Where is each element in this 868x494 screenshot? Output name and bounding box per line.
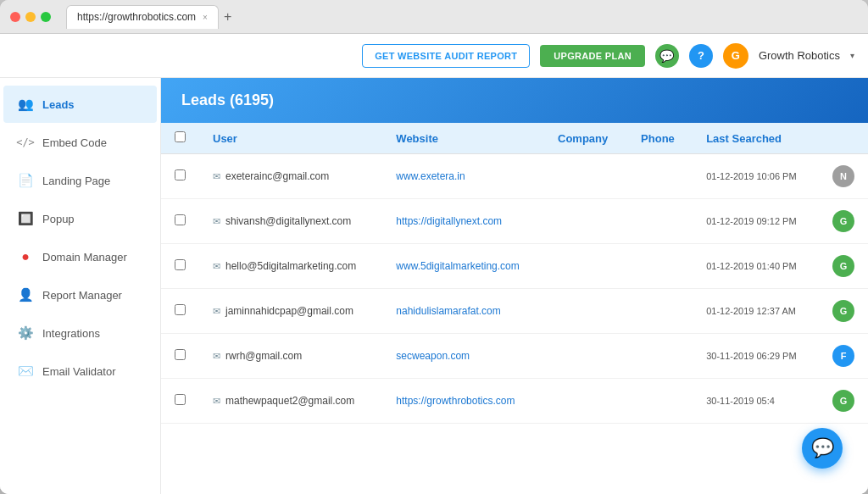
tab-bar: https://growthrobotics.com × + bbox=[66, 5, 858, 29]
audit-report-button[interactable]: GET WEBSITE AUDIT REPORT bbox=[362, 44, 530, 68]
row-last-searched-0: 01-12-2019 10:06 PM bbox=[693, 154, 819, 199]
tab-url: https://growthrobotics.com bbox=[77, 11, 196, 23]
fullscreen-button[interactable] bbox=[41, 12, 51, 22]
row-avatar-cell-3: G bbox=[819, 289, 868, 334]
row-avatar-5: G bbox=[832, 390, 854, 412]
embed-code-icon: </> bbox=[17, 134, 34, 151]
row-email-1: ✉ shivansh@digitallynext.com bbox=[199, 199, 382, 244]
row-website-4[interactable]: secweapon.com bbox=[382, 334, 544, 379]
column-header-website: Website bbox=[382, 123, 544, 154]
column-header-phone: Phone bbox=[627, 123, 693, 154]
content-area: Leads (6195) User Website Company bbox=[161, 78, 868, 494]
sidebar-label-leads: Leads bbox=[42, 98, 75, 111]
table-container[interactable]: User Website Company Phone Last Searched bbox=[161, 123, 868, 494]
chevron-down-icon: ▾ bbox=[850, 51, 854, 60]
row-email-text-1: shivansh@digitallynext.com bbox=[225, 215, 351, 227]
chat-fab-button[interactable]: 💬 bbox=[802, 428, 843, 469]
row-website-2[interactable]: www.5digitalmarketing.com bbox=[382, 244, 544, 289]
select-all-header[interactable] bbox=[161, 123, 199, 154]
column-header-user: User bbox=[199, 123, 382, 154]
help-icon[interactable]: ? bbox=[689, 44, 713, 68]
row-email-text-0: exeterainc@gmail.com bbox=[225, 170, 329, 182]
chat-symbol: 💬 bbox=[659, 49, 674, 63]
row-website-0[interactable]: www.exetera.in bbox=[382, 154, 544, 199]
close-button[interactable] bbox=[10, 12, 20, 22]
title-bar: https://growthrobotics.com × + bbox=[0, 0, 868, 34]
row-avatar-cell-5: G bbox=[819, 379, 868, 424]
upgrade-plan-button[interactable]: UPGRADE PLAN bbox=[540, 45, 645, 67]
row-avatar-cell-1: G bbox=[819, 199, 868, 244]
sidebar-item-email-validator[interactable]: ✉️ Email Validator bbox=[3, 352, 157, 390]
table-row: ✉ jaminnahidcpap@gmail.com nahidulislama… bbox=[161, 289, 868, 334]
row-last-searched-5: 30-11-2019 05:4 bbox=[693, 379, 819, 424]
top-bar: GET WEBSITE AUDIT REPORT UPGRADE PLAN 💬 … bbox=[0, 34, 868, 78]
row-checkbox-cell[interactable] bbox=[161, 289, 199, 334]
report-manager-icon: 👤 bbox=[17, 286, 34, 303]
help-symbol: ? bbox=[698, 49, 704, 62]
sidebar-item-report-manager[interactable]: 👤 Report Manager bbox=[3, 276, 157, 314]
table-row: ✉ rwrh@gmail.com secweapon.com 30-11-201… bbox=[161, 334, 868, 379]
content-header: Leads (6195) bbox=[161, 78, 868, 123]
sidebar-item-embed-code[interactable]: </> Embed Code bbox=[3, 124, 157, 161]
sidebar-label-report-manager: Report Manager bbox=[42, 289, 122, 302]
row-avatar-2: G bbox=[832, 255, 854, 277]
select-all-checkbox[interactable] bbox=[175, 131, 186, 142]
row-checkbox-3[interactable] bbox=[175, 304, 186, 315]
avatar: G bbox=[723, 43, 748, 69]
browser-tab[interactable]: https://growthrobotics.com × bbox=[66, 5, 219, 29]
page-title: Leads (6195) bbox=[181, 92, 274, 108]
row-avatar-0: N bbox=[832, 165, 854, 187]
row-checkbox-cell[interactable] bbox=[161, 334, 199, 379]
row-website-3[interactable]: nahidulislamarafat.com bbox=[382, 289, 544, 334]
row-checkbox-4[interactable] bbox=[175, 349, 186, 360]
chat-icon[interactable]: 💬 bbox=[655, 44, 679, 68]
row-avatar-3: G bbox=[832, 300, 854, 322]
email-validator-icon: ✉️ bbox=[17, 363, 34, 380]
tab-close-icon[interactable]: × bbox=[203, 13, 208, 22]
row-checkbox-0[interactable] bbox=[175, 169, 186, 180]
row-phone-2 bbox=[627, 244, 693, 289]
sidebar-item-integrations[interactable]: ⚙️ Integrations bbox=[3, 314, 157, 352]
user-name[interactable]: Growth Robotics bbox=[759, 49, 840, 62]
sidebar-item-leads[interactable]: 👥 Leads bbox=[3, 86, 157, 123]
browser-content: GET WEBSITE AUDIT REPORT UPGRADE PLAN 💬 … bbox=[0, 34, 868, 494]
row-checkbox-cell[interactable] bbox=[161, 199, 199, 244]
row-website-1[interactable]: https://digitallynext.com bbox=[382, 199, 544, 244]
popup-icon: 🔲 bbox=[17, 210, 34, 227]
row-checkbox-cell[interactable] bbox=[161, 379, 199, 424]
sidebar-item-landing-page[interactable]: 📄 Landing Page bbox=[3, 162, 157, 199]
row-email-text-2: hello@5digitalmarketing.com bbox=[225, 260, 356, 272]
row-website-5[interactable]: https://growthrobotics.com bbox=[382, 379, 544, 424]
table-row: ✉ mathewpaquet2@gmail.com https://growth… bbox=[161, 379, 868, 424]
sidebar-label-domain-manager: Domain Manager bbox=[42, 251, 127, 264]
row-phone-0 bbox=[627, 154, 693, 199]
row-checkbox-cell[interactable] bbox=[161, 244, 199, 289]
email-icon-2: ✉ bbox=[213, 261, 220, 272]
column-header-actions bbox=[819, 123, 868, 154]
traffic-lights bbox=[10, 12, 51, 22]
minimize-button[interactable] bbox=[25, 12, 36, 22]
row-email-3: ✉ jaminnahidcpap@gmail.com bbox=[199, 289, 382, 334]
row-checkbox-1[interactable] bbox=[175, 214, 186, 225]
row-avatar-cell-0: N bbox=[819, 154, 868, 199]
row-checkbox-cell[interactable] bbox=[161, 154, 199, 199]
sidebar-item-popup[interactable]: 🔲 Popup bbox=[3, 200, 157, 237]
new-tab-button[interactable]: + bbox=[224, 9, 231, 25]
table-row: ✉ exeterainc@gmail.com www.exetera.in 01… bbox=[161, 154, 868, 199]
row-avatar-4: F bbox=[832, 345, 854, 367]
email-icon-3: ✉ bbox=[213, 306, 220, 317]
email-icon-5: ✉ bbox=[213, 396, 220, 407]
domain-manager-icon: ● bbox=[17, 248, 34, 265]
row-email-text-3: jaminnahidcpap@gmail.com bbox=[225, 305, 353, 317]
row-phone-5 bbox=[627, 379, 693, 424]
row-company-0 bbox=[544, 154, 627, 199]
row-checkbox-5[interactable] bbox=[175, 394, 186, 405]
browser-window: https://growthrobotics.com × + GET WEBSI… bbox=[0, 0, 868, 494]
row-phone-4 bbox=[627, 334, 693, 379]
sidebar-item-domain-manager[interactable]: ● Domain Manager bbox=[3, 238, 157, 275]
row-company-4 bbox=[544, 334, 627, 379]
leads-table: User Website Company Phone Last Searched bbox=[161, 123, 868, 424]
row-checkbox-2[interactable] bbox=[175, 259, 186, 270]
row-last-searched-2: 01-12-2019 01:40 PM bbox=[693, 244, 819, 289]
table-header-row: User Website Company Phone Last Searched bbox=[161, 123, 868, 154]
